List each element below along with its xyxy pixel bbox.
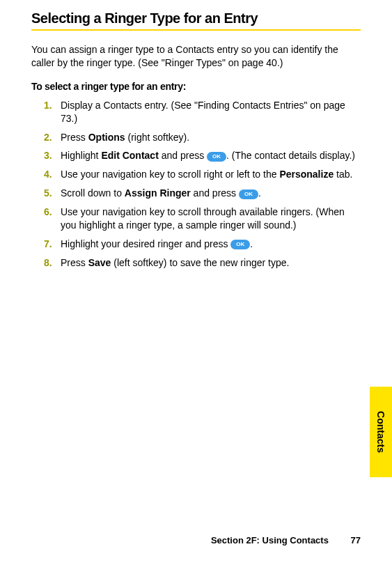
step-fragment: Use your navigation key to scroll throug… bbox=[61, 206, 345, 231]
step-fragment: Scroll down to bbox=[61, 187, 125, 199]
step-fragment: Use your navigation key to scroll right … bbox=[61, 169, 279, 180]
steps-list: 1.Display a Contacts entry. (See "Findin… bbox=[31, 99, 361, 270]
step-text: Use your navigation key to scroll throug… bbox=[61, 206, 361, 232]
footer-page-number: 77 bbox=[351, 535, 361, 545]
step-text: Use your navigation key to scroll right … bbox=[61, 168, 361, 181]
step-fragment: Display a Contacts entry. (See "Finding … bbox=[61, 100, 345, 124]
step-number: 4. bbox=[44, 168, 61, 181]
bold-term: Options bbox=[88, 132, 125, 143]
step-text: Highlight Edit Contact and press OK. (Th… bbox=[61, 149, 361, 162]
ok-button-icon: OK bbox=[230, 240, 250, 249]
ok-button-icon: OK bbox=[207, 152, 226, 162]
step-fragment: Press bbox=[61, 132, 88, 143]
step-item: 3.Highlight Edit Contact and press OK. (… bbox=[44, 149, 361, 162]
step-fragment: . (The contact details display.) bbox=[226, 150, 355, 161]
bold-term: Assign Ringer bbox=[125, 187, 191, 199]
bold-term: Personalize bbox=[279, 169, 334, 180]
step-item: 2.Press Options (right softkey). bbox=[44, 131, 361, 144]
page-heading: Selecting a Ringer Type for an Entry bbox=[31, 10, 361, 26]
step-number: 6. bbox=[44, 206, 61, 232]
step-text: Scroll down to Assign Ringer and press O… bbox=[61, 187, 361, 200]
step-item: 1.Display a Contacts entry. (See "Findin… bbox=[44, 99, 361, 125]
step-fragment: Press bbox=[61, 257, 88, 268]
step-number: 7. bbox=[44, 238, 61, 251]
step-text: Press Options (right softkey). bbox=[61, 131, 361, 144]
subheading: To select a ringer type for an entry: bbox=[31, 81, 361, 92]
page-footer: Section 2F: Using Contacts 77 bbox=[211, 535, 361, 545]
step-number: 2. bbox=[44, 131, 61, 144]
section-tab-label: Contacts bbox=[375, 411, 386, 453]
step-number: 5. bbox=[44, 187, 61, 200]
step-fragment: (right softkey). bbox=[125, 132, 190, 143]
intro-paragraph: You can assign a ringer type to a Contac… bbox=[31, 43, 361, 70]
step-fragment: tab. bbox=[334, 169, 352, 180]
step-text: Highlight your desired ringer and press … bbox=[61, 238, 361, 251]
step-fragment: and press bbox=[191, 187, 239, 199]
step-item: 5.Scroll down to Assign Ringer and press… bbox=[44, 187, 361, 200]
step-fragment: Highlight your desired ringer and press bbox=[61, 238, 230, 249]
footer-section-label: Section 2F: Using Contacts bbox=[211, 535, 329, 545]
step-text: Press Save (left softkey) to save the ne… bbox=[61, 256, 361, 270]
heading-underline bbox=[31, 29, 361, 31]
section-tab: Contacts bbox=[370, 387, 392, 477]
step-item: 6.Use your navigation key to scroll thro… bbox=[44, 206, 361, 232]
step-fragment: . bbox=[250, 238, 253, 249]
step-fragment: . bbox=[258, 187, 261, 199]
ok-button-icon: OK bbox=[239, 189, 258, 199]
step-fragment: and press bbox=[159, 150, 207, 161]
bold-term: Save bbox=[88, 257, 111, 268]
step-fragment: Highlight bbox=[61, 150, 101, 161]
step-number: 8. bbox=[44, 256, 61, 270]
step-fragment: (left softkey) to save the new ringer ty… bbox=[111, 257, 289, 268]
step-number: 3. bbox=[44, 149, 61, 162]
step-item: 7.Highlight your desired ringer and pres… bbox=[44, 238, 361, 251]
step-number: 1. bbox=[44, 99, 61, 125]
step-item: 8.Press Save (left softkey) to save the … bbox=[44, 256, 361, 270]
step-item: 4.Use your navigation key to scroll righ… bbox=[44, 168, 361, 181]
bold-term: Edit Contact bbox=[101, 150, 158, 161]
step-text: Display a Contacts entry. (See "Finding … bbox=[61, 99, 361, 125]
